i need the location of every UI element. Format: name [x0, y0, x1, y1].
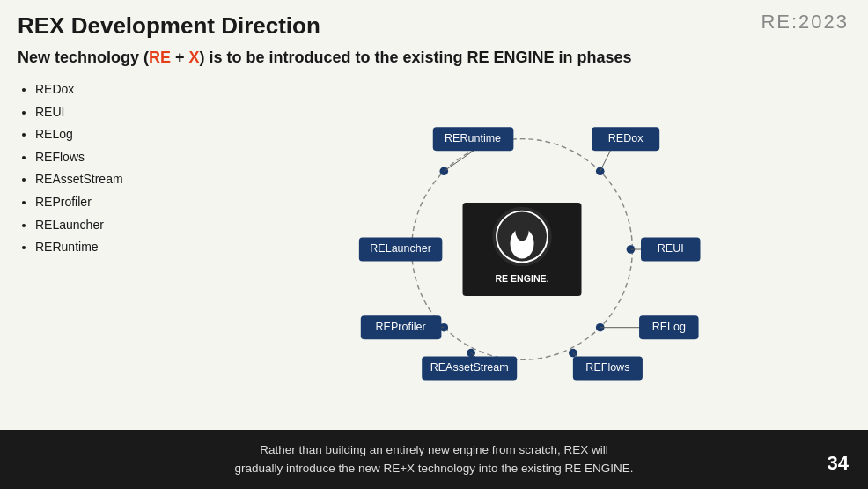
list-item: RELauncher	[35, 217, 194, 234]
node-reui-label: REUI	[658, 242, 684, 255]
dot-reruntime	[439, 167, 448, 175]
node-reprofiler-label: REProfiler	[376, 321, 426, 333]
bullet-list-items: REDox REUI RELog REFlows REAssetStream R…	[18, 81, 194, 256]
dot-redox	[596, 167, 605, 175]
subtitle-re: RE	[149, 48, 171, 66]
list-item: REUI	[35, 104, 194, 122]
bottom-text-line1: Rather than building an entirely new eng…	[260, 443, 607, 456]
logo-text: RE ENGINE.	[495, 273, 548, 284]
body-area: REDox REUI RELog REFlows REAssetStream R…	[18, 78, 850, 421]
list-item: REAssetStream	[35, 171, 194, 189]
diagram-svg: RE ENGINE. RERuntime REDox RELauncher RE…	[284, 104, 760, 395]
list-item: REFlows	[35, 149, 194, 167]
main-content: RE:2023 REX Development Direction New te…	[0, 0, 868, 430]
logo-hand-inner	[515, 220, 528, 241]
list-item: RELog	[35, 126, 194, 144]
page-title: REX Development Direction	[18, 12, 850, 40]
node-redox-label: REDox	[608, 132, 644, 144]
diagram-area: RE ENGINE. RERuntime REDox RELauncher RE…	[194, 78, 850, 421]
subtitle: New technology (RE + X) is to be introdu…	[18, 48, 850, 67]
list-item: RERuntime	[35, 239, 194, 256]
bottom-text-line2: gradually introduce the new RE+X technol…	[235, 462, 634, 475]
list-item: REDox	[35, 81, 194, 99]
node-relauncher-label: RELauncher	[370, 242, 431, 255]
slide: RE:2023 REX Development Direction New te…	[0, 0, 868, 489]
list-item: REProfiler	[35, 194, 194, 211]
node-relog-label: RELog	[652, 321, 686, 333]
subtitle-plus: +	[171, 48, 189, 66]
re2023-logo: RE:2023	[761, 11, 849, 33]
bullet-list: REDox REUI RELog REFlows REAssetStream R…	[18, 78, 194, 421]
page-number: 34	[828, 448, 849, 478]
subtitle-prefix: New technology (	[18, 48, 149, 66]
node-reassetstream-label: REAssetStream	[430, 361, 509, 374]
node-reruntime-label: RERuntime	[445, 132, 501, 144]
node-reflows-label: REFlows	[585, 361, 629, 374]
subtitle-x: X	[189, 48, 200, 66]
bottom-bar: Rather than building an entirely new eng…	[0, 430, 868, 489]
subtitle-suffix: ) is to be introduced to the existing RE…	[200, 48, 632, 66]
